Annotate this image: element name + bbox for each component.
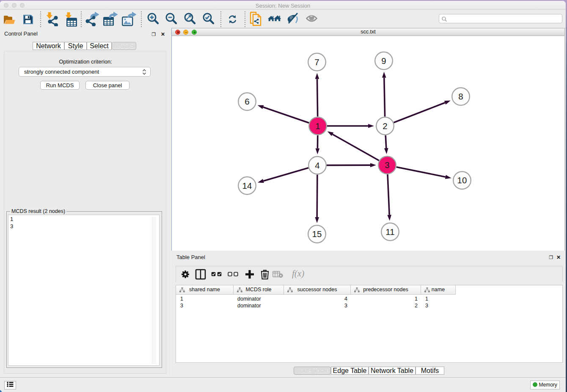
svg-text:6: 6 [245,97,249,106]
svg-text:11: 11 [385,227,394,237]
svg-text:7: 7 [314,57,319,67]
svg-text:14: 14 [242,181,252,190]
svg-text:2: 2 [383,121,387,131]
svg-text:4: 4 [315,160,319,170]
svg-text:8: 8 [458,91,463,101]
svg-text:9: 9 [381,56,386,66]
svg-text:1: 1 [315,121,320,131]
svg-text:10: 10 [457,175,467,185]
svg-text:15: 15 [312,229,322,239]
svg-text:3: 3 [385,160,389,170]
